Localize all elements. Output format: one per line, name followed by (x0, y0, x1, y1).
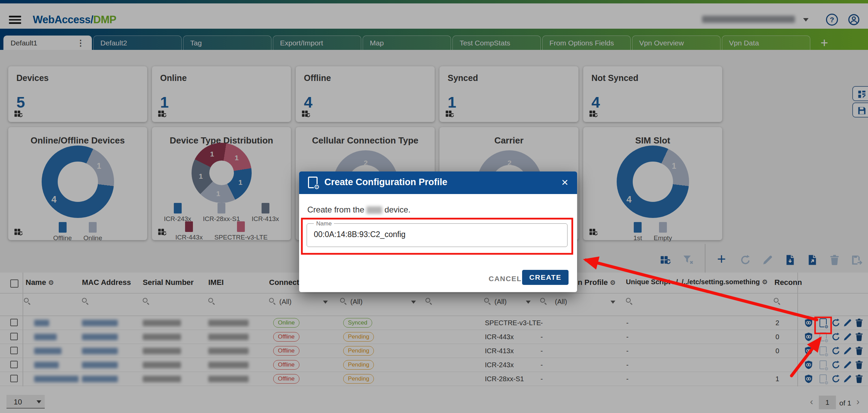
cancel-button[interactable]: CANCEL (482, 271, 528, 286)
dialog-header: ⚙ Create Configuration Profile × (299, 171, 577, 194)
dialog-body-text: Create from the device. (307, 205, 410, 215)
name-input[interactable] (314, 230, 553, 239)
profile-gear-icon: ⚙ (308, 177, 318, 188)
dialog-title: Create Configuration Profile (324, 177, 447, 188)
name-field-label: Name (314, 220, 334, 227)
close-icon[interactable]: × (561, 176, 568, 189)
webaccess-dmp-app: WebAccess/DMP ? Default1⋮Default2TagExpo… (0, 0, 868, 413)
create-configuration-profile-dialog: ⚙ Create Configuration Profile × Create … (299, 171, 577, 292)
name-field: Name (307, 223, 568, 247)
device-name-redacted (366, 206, 382, 214)
create-button[interactable]: CREATE (522, 270, 569, 285)
